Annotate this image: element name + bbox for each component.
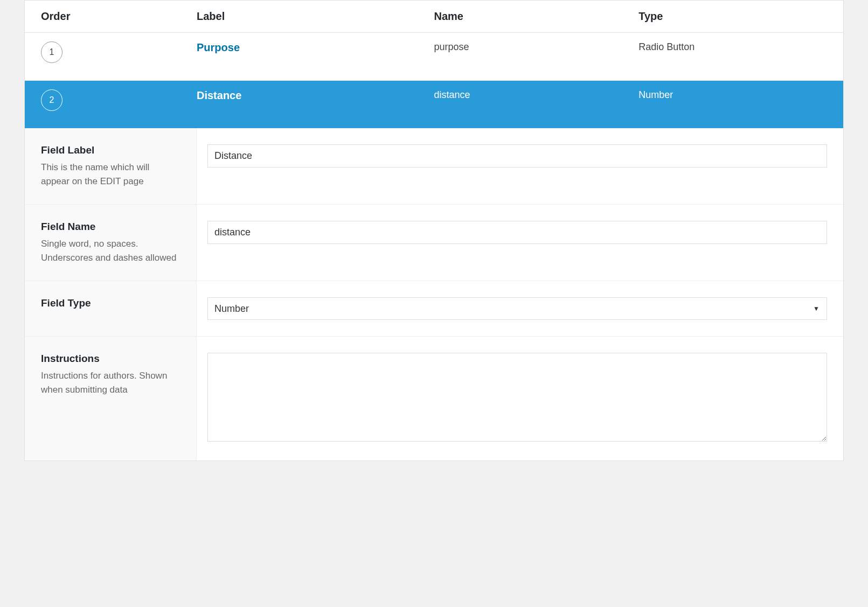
field-label-link-purpose[interactable]: Purpose (197, 41, 240, 53)
field-type-cell: Radio Button (638, 41, 843, 53)
setting-label-col: Field Label This is the name which will … (25, 128, 197, 204)
field-order-cell: 1 (25, 41, 197, 63)
field-name-cell: distance (434, 89, 638, 101)
setting-title-field-type: Field Type (41, 297, 180, 309)
setting-label-col: Field Type (25, 281, 197, 336)
setting-row-field-type: Field Type Number (25, 281, 843, 337)
instructions-textarea[interactable] (207, 353, 827, 442)
setting-label-col: Instructions Instructions for authors. S… (25, 337, 197, 461)
order-badge[interactable]: 2 (41, 89, 63, 111)
field-type-select[interactable]: Number (207, 297, 827, 320)
setting-desc-instructions: Instructions for authors. Shown when sub… (41, 369, 180, 396)
table-header-row: Order Label Name Type (25, 1, 843, 33)
setting-input-col (197, 337, 843, 461)
setting-title-field-label: Field Label (41, 144, 180, 156)
field-label-cell: Purpose (197, 41, 434, 54)
field-group-table: Order Label Name Type 1 Purpose purpose … (24, 0, 844, 461)
setting-title-field-name: Field Name (41, 221, 180, 233)
field-name-input[interactable] (207, 221, 827, 244)
setting-row-field-name: Field Name Single word, no spaces. Under… (25, 205, 843, 281)
header-label: Label (197, 10, 434, 23)
field-label-link-distance[interactable]: Distance (197, 89, 241, 101)
field-label-input[interactable] (207, 144, 827, 168)
field-name-cell: purpose (434, 41, 638, 53)
field-type-select-wrap: Number (207, 297, 827, 320)
setting-input-col: Number (197, 281, 843, 336)
header-name: Name (434, 10, 638, 23)
field-order-cell: 2 (25, 89, 197, 111)
setting-desc-field-label: This is the name which will appear on th… (41, 161, 180, 188)
field-row-purpose[interactable]: 1 Purpose purpose Radio Button (25, 33, 843, 81)
setting-title-instructions: Instructions (41, 353, 180, 365)
field-row-distance[interactable]: 2 Distance distance Number (25, 81, 843, 128)
setting-desc-field-name: Single word, no spaces. Underscores and … (41, 237, 180, 264)
setting-label-col: Field Name Single word, no spaces. Under… (25, 205, 197, 281)
setting-input-col (197, 205, 843, 281)
setting-row-instructions: Instructions Instructions for authors. S… (25, 337, 843, 461)
setting-row-field-label: Field Label This is the name which will … (25, 128, 843, 205)
header-order: Order (25, 10, 197, 23)
order-badge[interactable]: 1 (41, 41, 63, 63)
setting-input-col (197, 128, 843, 204)
field-type-cell: Number (638, 89, 843, 101)
field-label-cell: Distance (197, 89, 434, 102)
header-type: Type (638, 10, 843, 23)
